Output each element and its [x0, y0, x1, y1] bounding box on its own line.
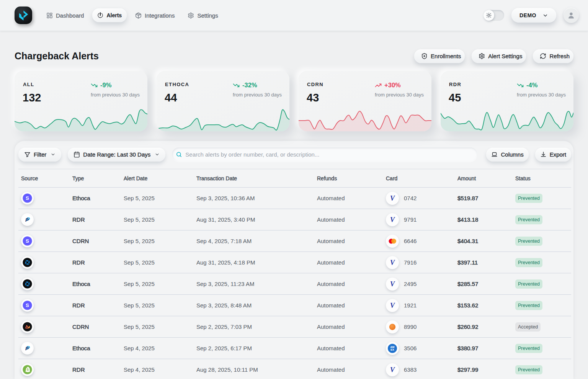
svg-text:S: S [26, 195, 29, 201]
svg-text:V: V [390, 280, 395, 288]
svg-text:V: V [390, 301, 395, 309]
svg-text:V: V [390, 194, 395, 202]
svg-text:V: V [390, 366, 395, 373]
svg-text:P: P [25, 217, 29, 223]
svg-text:EX: EX [390, 348, 394, 351]
svg-text:S: S [26, 302, 29, 308]
svg-text:S: S [26, 238, 29, 244]
svg-text:P: P [25, 346, 29, 351]
svg-text:V: V [390, 216, 395, 223]
svg-text:AM: AM [390, 345, 395, 348]
svg-text:V: V [390, 258, 395, 266]
